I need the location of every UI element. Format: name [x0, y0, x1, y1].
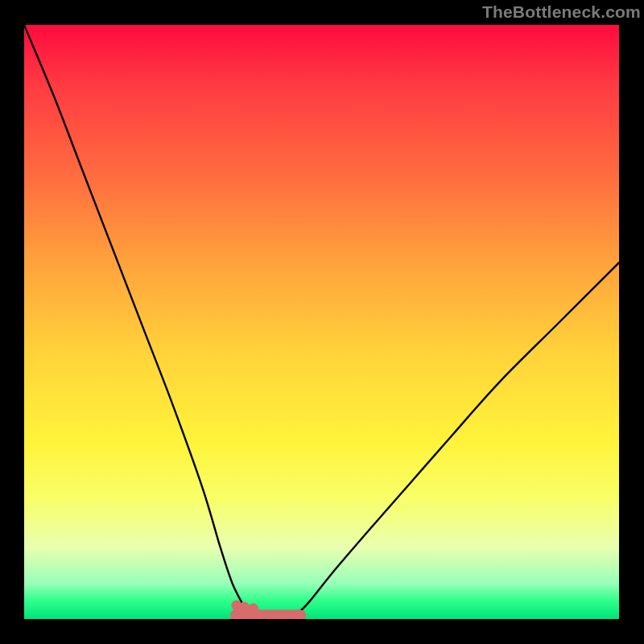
chart-frame: TheBottleneck.com [0, 0, 644, 644]
bottleneck-curve [24, 25, 619, 620]
valley-dot [248, 604, 258, 614]
chart-svg [0, 0, 644, 644]
valley-dot [239, 602, 250, 613]
